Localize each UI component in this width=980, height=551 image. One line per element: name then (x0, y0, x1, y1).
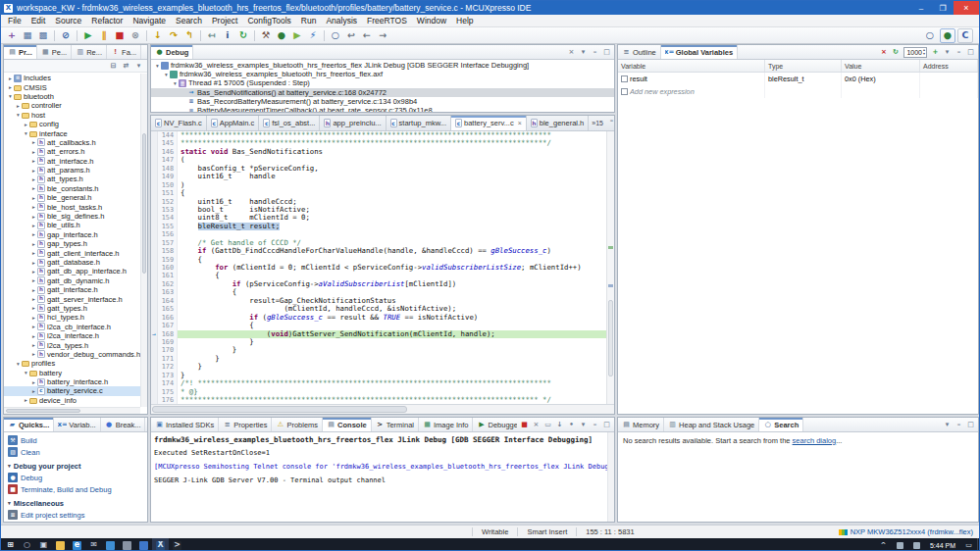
tree-item-battery-service-c[interactable]: ▸cbattery_service.c (4, 386, 147, 395)
tree-item-l2ca-interface-h[interactable]: ▸hl2ca_interface.h (4, 331, 147, 340)
editor-tab-app-preinclu[interactable]: happ_preinclu... (320, 116, 386, 130)
maximize-icon[interactable]: □ (601, 47, 612, 58)
scrollbar-thumb[interactable] (142, 133, 146, 274)
section-collapse-icon[interactable]: ▾ (8, 463, 11, 469)
expand-arrow-icon[interactable]: ▸ (30, 324, 37, 329)
taskbar-file-explorer[interactable] (52, 538, 69, 551)
expand-arrow-icon[interactable]: ▸ (30, 204, 37, 210)
minimize-icon[interactable]: – (954, 420, 964, 430)
spinner-arrows-icon[interactable]: ▴▾ (922, 48, 926, 56)
drop-to-frame-icon[interactable]: ↤ (204, 28, 220, 43)
qs-build[interactable]: ⚒Build (8, 434, 143, 446)
restart-icon[interactable]: ↻ (235, 28, 251, 43)
taskbar-store[interactable] (102, 538, 119, 551)
tree-item-gatt-db-dynamic-h[interactable]: ▸hgatt_db_dynamic.h (4, 276, 147, 285)
tray-tray-expand[interactable]: ^ (875, 538, 892, 551)
back-icon[interactable]: ← (359, 28, 375, 43)
tree-item-l2ca-types-h[interactable]: ▸hl2ca_types.h (4, 340, 147, 349)
menu-project[interactable]: Project (207, 16, 242, 25)
explorer-horizontal-scrollbar[interactable] (4, 407, 140, 414)
close-tab-icon[interactable]: × (518, 120, 522, 126)
taskbar-mail[interactable]: ✉ (85, 538, 102, 551)
minimize-button[interactable] (910, 1, 932, 15)
expand-arrow-icon[interactable]: ▸ (30, 260, 37, 266)
code-line-170[interactable]: 170 } (151, 346, 606, 354)
tree-item-config[interactable]: ▸config (4, 120, 147, 128)
expand-arrow-icon[interactable]: ▸ (30, 388, 37, 394)
expand-arrow-icon[interactable]: ▸ (30, 185, 37, 191)
expand-arrow-icon[interactable]: ▸ (23, 122, 29, 127)
menu-refactor[interactable]: Refactor (86, 16, 128, 25)
expand-arrow-icon[interactable]: ▸ (30, 351, 37, 357)
code-line-150[interactable]: 150) (151, 181, 606, 189)
expand-arrow-icon[interactable]: ▸ (30, 158, 37, 164)
tab-debugger-console[interactable]: ▶Debugger Console (473, 418, 517, 431)
tab-re[interactable]: ▥Re... (72, 45, 107, 59)
column-header-variable[interactable]: Variable (618, 60, 765, 72)
minimize-icon[interactable]: – (590, 47, 600, 58)
tree-item-ble-sig-defines-h[interactable]: ▸hble_sig_defines.h (4, 212, 147, 221)
tree-item-att-callbacks-h[interactable]: ▸hatt_callbacks.h (4, 138, 147, 147)
collapse-arrow-icon[interactable]: ▾ (163, 72, 170, 77)
view-menu-icon[interactable]: ▾ (133, 61, 144, 72)
debug-item-frdmkw36-wireless-examples-bluet[interactable]: ▾frdmkw36_wireless_examples_bluetooth_hr… (151, 70, 614, 78)
taskbar-terminal-app[interactable]: > (169, 538, 185, 551)
expand-arrow-icon[interactable]: ▸ (30, 296, 37, 302)
link-editor-icon[interactable]: ⇄ (121, 61, 131, 72)
scrollbar-thumb[interactable] (6, 409, 80, 413)
clear-console-icon[interactable]: ▭ (542, 420, 553, 430)
code-line-172[interactable]: 172 } (151, 363, 606, 371)
tree-item-ble-host-tasks-h[interactable]: ▸hble_host_tasks.h (4, 202, 147, 211)
minimize-icon[interactable]: – (606, 116, 614, 126)
quick-search-icon[interactable]: ○ (922, 28, 938, 43)
tab-fa[interactable]: !Fa... (107, 45, 141, 59)
last-edit-icon[interactable]: ↩ (343, 28, 359, 43)
taskbar-start[interactable]: ⊞ (2, 538, 19, 551)
tree-item-host[interactable]: ▾host (4, 111, 147, 120)
menu-search[interactable]: Search (171, 16, 207, 25)
taskbar-mcuxpresso[interactable]: X (152, 538, 169, 551)
debug-call-stack[interactable]: ▾frdmkw36_wireless_examples_bluetooth_hr… (151, 60, 614, 112)
view-menu-icon[interactable]: ▾ (942, 420, 953, 430)
debug-item-frdmkw36-wireless-examples-bluet[interactable]: ▾frdmkw36_wireless_examples_bluetooth_hr… (151, 61, 614, 70)
tab-break[interactable]: ●Break... (101, 418, 146, 431)
tree-item-gatt-client-interface-h[interactable]: ▸hgatt_client_interface.h (4, 248, 147, 257)
code-line-166[interactable]: 166 if (gBleSuccess_c == result && TRUE … (151, 314, 606, 322)
code-line-169[interactable]: 169 } (151, 338, 606, 346)
expand-arrow-icon[interactable]: ▸ (30, 149, 37, 155)
debug-item-bas-sendnotifications-at-batte[interactable]: →Bas_SendNotifications() at battery_serv… (151, 88, 614, 97)
expand-arrow-icon[interactable]: ▸ (23, 397, 29, 403)
add-expression-checkbox[interactable] (621, 88, 628, 95)
collapse-arrow-icon[interactable]: ▾ (7, 93, 14, 99)
view-menu-icon[interactable]: ▾ (942, 47, 953, 58)
code-line-153[interactable]: 153 bool_t isNotifActive; (151, 206, 606, 214)
expand-arrow-icon[interactable]: ▸ (30, 195, 37, 201)
tab-variab[interactable]: x=Variab... (54, 418, 100, 431)
scrollbar-thumb[interactable] (152, 406, 407, 413)
qs-debug[interactable]: ●Debug (8, 472, 143, 483)
qs-clean[interactable]: ▨Clean (8, 446, 143, 458)
taskbar-settings-app[interactable] (119, 538, 135, 551)
expand-arrow-icon[interactable]: ▸ (30, 250, 37, 256)
collapse-arrow-icon[interactable]: ▾ (172, 80, 179, 86)
tab-quicks[interactable]: ▰Quicks... (4, 418, 54, 431)
expand-arrow-icon[interactable]: ▸ (30, 168, 37, 174)
save-all-icon[interactable]: ▩ (35, 28, 51, 43)
tab-installed-sdks[interactable]: ▣Installed SDKs (151, 418, 219, 431)
menu-edit[interactable]: Edit (26, 16, 51, 25)
taskbar-vscode[interactable] (135, 538, 152, 551)
menu-configtools[interactable]: ConfigTools (242, 16, 295, 25)
tray-volume[interactable] (908, 538, 925, 551)
code-line-162[interactable]: 162 if (pServiceConfig->aValidSubscriber… (151, 280, 606, 288)
collapse-arrow-icon[interactable]: ▾ (154, 63, 161, 69)
tab-console[interactable]: ▤Console (323, 418, 372, 431)
tree-item-battery[interactable]: ▾battery (4, 369, 147, 377)
step-over-icon[interactable]: ↷ (166, 28, 181, 43)
scroll-lock-icon[interactable]: ↓ (554, 420, 565, 430)
maximize-icon[interactable]: □ (965, 47, 976, 58)
code-line-154[interactable]: 154 uint8_t mClientId = 0; (151, 214, 606, 222)
close-button[interactable] (954, 1, 979, 15)
remove-launch-icon[interactable]: × (531, 420, 542, 430)
editor-horizontal-scrollbar[interactable] (151, 404, 614, 414)
code-line-146[interactable]: 146static void Bas_SendNotifications (151, 148, 606, 156)
